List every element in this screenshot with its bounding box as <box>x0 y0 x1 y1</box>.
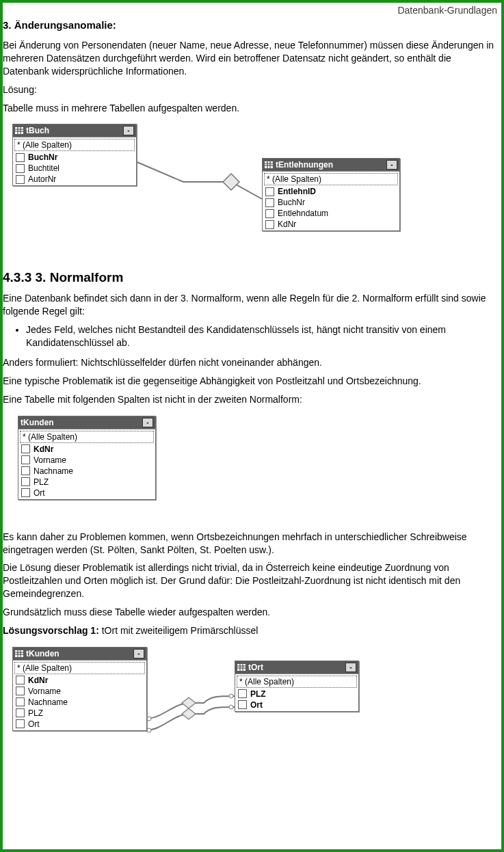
entity-title: tEntlehnungen <box>276 160 386 170</box>
field-label: * (Alle Spalten) <box>17 663 72 673</box>
entity-title: tBuch <box>26 126 123 135</box>
svg-point-13 <box>229 705 233 709</box>
entity-field-row: * (Alle Spalten) <box>264 173 398 185</box>
entity-rows: * (Alle Spalten)EntlehnIDBuchNrEntlehnda… <box>263 171 399 230</box>
paragraph: Tabelle muss in mehrere Tabellen aufgesp… <box>3 102 497 115</box>
table-icon <box>237 664 246 671</box>
run-in-text: tOrt mit zweiteiligem Primärschlüssel <box>99 625 258 636</box>
paragraph: Anders formuliert: Nichtschlüsselfelder … <box>3 356 497 369</box>
content: 3. Änderungsanomalie: Bei Änderung von P… <box>3 19 497 756</box>
svg-point-11 <box>147 728 151 732</box>
entity-field-row: Nachname <box>14 697 146 708</box>
checkbox-icon <box>16 719 25 728</box>
entity-rows: * (Alle Spalten)KdNrVornameNachnamePLZOr… <box>18 429 155 499</box>
entity-field-row: KdNr <box>19 444 155 455</box>
entity-titlebar: tEntlehnungen - <box>263 159 399 171</box>
svg-rect-19 <box>237 664 246 671</box>
field-label: EntlehnID <box>278 187 316 196</box>
svg-point-10 <box>147 717 151 721</box>
field-label: * (Alle Spalten) <box>267 174 321 184</box>
paragraph: Bei Änderung von Personendaten (neuer Na… <box>3 39 497 78</box>
checkbox-icon <box>16 175 25 184</box>
checkbox-icon <box>21 477 30 486</box>
table-icon <box>265 161 273 168</box>
entity-field-row: KdNr <box>14 675 146 686</box>
entity-field-row: * (Alle Spalten) <box>14 139 135 151</box>
entity-tKunden: tKunden - * (Alle Spalten)KdNrVornameNac… <box>18 416 156 500</box>
er-diagram-2: tKunden - * (Alle Spalten)KdNrVornameNac… <box>5 416 497 518</box>
checkbox-icon <box>16 708 25 717</box>
checkbox-icon <box>265 209 274 218</box>
field-label: BuchNr <box>28 152 57 162</box>
minimize-icon: - <box>133 649 144 658</box>
svg-point-12 <box>229 694 233 698</box>
running-header: Datenbank-Grundlagen <box>397 5 497 16</box>
entity-tKunden: tKunden - * (Alle Spalten)KdNrVornameNac… <box>12 647 147 731</box>
field-label: Ort <box>28 719 40 729</box>
er-diagram-3: tKunden - * (Alle Spalten)KdNrVornameNac… <box>5 647 497 756</box>
entity-titlebar: tKunden - <box>18 416 155 429</box>
field-label: PLZ <box>250 689 266 699</box>
minimize-icon: - <box>386 160 397 170</box>
entity-title: tKunden <box>26 649 133 658</box>
field-label: Ort <box>34 488 45 498</box>
entity-field-row: Ort <box>236 700 358 710</box>
field-label: KdNr <box>28 676 48 685</box>
entity-field-row: Ort <box>14 719 146 730</box>
entity-field-row: PLZ <box>236 689 358 700</box>
checkbox-icon <box>16 697 25 706</box>
svg-rect-14 <box>15 650 23 657</box>
entity-tEntlehnungen: tEntlehnungen - * (Alle Spalten)EntlehnI… <box>262 158 400 231</box>
field-label: Ort <box>250 700 263 710</box>
checkbox-icon <box>21 466 30 475</box>
checkbox-icon <box>265 198 274 207</box>
entity-field-row: PLZ <box>14 708 146 719</box>
entity-title: tKunden <box>21 418 142 427</box>
field-label: * (Alle Spalten) <box>23 432 77 442</box>
field-label: Buchtitel <box>28 163 59 173</box>
field-label: AutorNr <box>28 174 56 184</box>
field-label: PLZ <box>34 477 49 487</box>
table-icon <box>15 127 23 134</box>
svg-rect-5 <box>265 161 273 168</box>
field-label: KdNr <box>34 444 53 454</box>
entity-rows: * (Alle Spalten)KdNrVornameNachnamePLZOr… <box>13 660 146 730</box>
entity-tBuch: tBuch - * (Alle Spalten)BuchNrBuchtitelA… <box>12 124 137 186</box>
checkbox-icon <box>16 164 25 173</box>
checkbox-icon <box>16 687 25 695</box>
entity-field-row: Entlehndatum <box>263 208 399 219</box>
entity-field-row: Ort <box>19 488 155 498</box>
checkbox-icon <box>21 444 30 453</box>
checkbox-icon <box>265 187 274 196</box>
field-label: Nachname <box>28 697 68 707</box>
entity-field-row: Nachname <box>19 466 155 477</box>
bullet-list: Jedes Feld, welches nicht Bestandteil de… <box>26 323 497 349</box>
checkbox-icon <box>238 689 247 698</box>
paragraph: Grundsätzlich muss diese Tabelle wieder … <box>3 606 497 619</box>
paragraph: Lösung: <box>3 83 497 96</box>
paragraph: Es kann daher zu Problemen kommen, wenn … <box>3 531 497 557</box>
minimize-icon: - <box>345 663 356 672</box>
checkbox-icon <box>238 700 247 709</box>
entity-field-row: AutorNr <box>14 174 135 185</box>
entity-field-row: KdNr <box>263 219 399 230</box>
paragraph: Eine Datenbank befindet sich dann in der… <box>3 292 497 318</box>
entity-field-row: Vorname <box>19 455 155 466</box>
entity-field-row: BuchNr <box>14 152 135 163</box>
paragraph: Eine Tabelle mit folgenden Spalten ist n… <box>3 393 497 406</box>
checkbox-icon <box>16 153 25 162</box>
entity-field-row: BuchNr <box>263 197 399 208</box>
table-icon <box>15 650 23 657</box>
run-in-label: Lösungsvorschlag 1: <box>3 625 99 636</box>
field-label: * (Alle Spalten) <box>17 140 72 150</box>
minimize-icon: - <box>142 418 153 427</box>
entity-field-row: Vorname <box>14 686 146 697</box>
paragraph: Die Lösung dieser Problematik ist allerd… <box>3 561 497 600</box>
page: Datenbank-Grundlagen 3. Änderungsanomali… <box>0 0 504 852</box>
entity-field-row: * (Alle Spalten) <box>20 431 154 443</box>
er-diagram-1: tBuch - * (Alle Spalten)BuchNrBuchtitelA… <box>5 124 497 254</box>
section-heading-3nf: 4.3.3 3. Normalform <box>3 270 497 285</box>
minimize-icon: - <box>123 126 134 135</box>
entity-rows: * (Alle Spalten)BuchNrBuchtitelAutorNr <box>13 137 136 185</box>
field-label: KdNr <box>278 219 296 229</box>
